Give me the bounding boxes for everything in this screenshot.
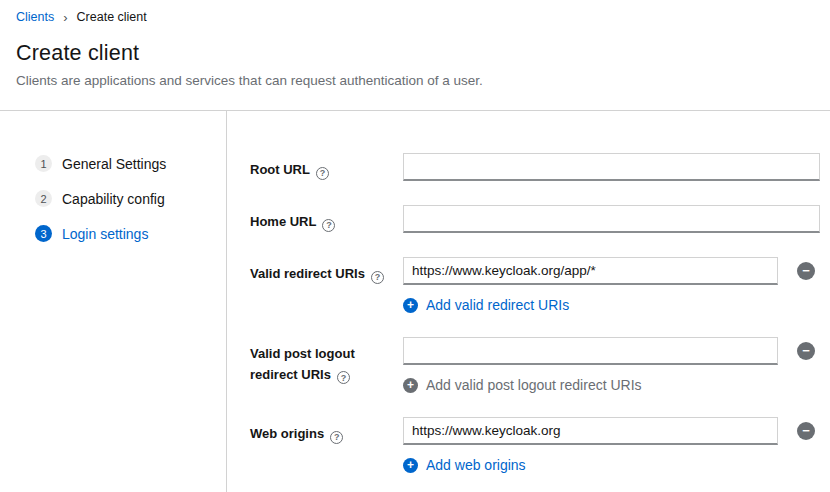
wizard-content: 1 General Settings 2 Capability config 3… [0, 111, 830, 492]
minus-circle-icon: − [802, 264, 810, 277]
web-origins-label: Web origins? [250, 417, 403, 473]
form-row-root-url: Root URL? [250, 153, 820, 181]
add-web-origins-button[interactable]: + Add web origins [403, 457, 526, 473]
root-url-input[interactable] [403, 153, 820, 181]
add-valid-redirect-uris-button[interactable]: + Add valid redirect URIs [403, 297, 569, 313]
form-row-valid-post-logout-redirect-uris: Valid post logout redirect URIs? − + Add… [250, 337, 820, 393]
remove-valid-redirect-uri-button[interactable]: − [797, 262, 815, 280]
valid-redirect-uris-input[interactable] [403, 257, 778, 285]
minus-circle-icon: − [802, 344, 810, 357]
valid-redirect-uris-help-icon[interactable]: ? [371, 271, 384, 284]
field-label-text: Root URL [250, 162, 310, 177]
wizard-nav: 1 General Settings 2 Capability config 3… [0, 111, 227, 492]
step-label: Login settings [62, 226, 148, 242]
breadcrumb-link-clients[interactable]: Clients [16, 10, 54, 24]
plus-circle-icon: + [403, 298, 418, 313]
minus-circle-icon: − [802, 424, 810, 437]
step-number-badge: 2 [35, 190, 52, 207]
add-link-label: Add web origins [426, 457, 526, 473]
root-url-label: Root URL? [250, 153, 403, 181]
valid-post-logout-redirect-uris-input[interactable] [403, 337, 778, 365]
field-label-text: Home URL [250, 214, 316, 229]
form-row-valid-redirect-uris: Valid redirect URIs? − + Add valid redir… [250, 257, 820, 313]
wizard-step-capability-config[interactable]: 2 Capability config [35, 190, 165, 207]
wizard-step-login-settings[interactable]: 3 Login settings [35, 225, 148, 242]
web-origins-input[interactable] [403, 417, 778, 445]
field-label-text: Web origins [250, 426, 324, 441]
field-label-text: Valid redirect URIs [250, 266, 365, 281]
home-url-input[interactable] [403, 205, 820, 233]
login-settings-form: Root URL? Home URL? [227, 111, 820, 492]
plus-circle-icon: + [403, 458, 418, 473]
wizard-step-general-settings[interactable]: 1 General Settings [35, 155, 166, 172]
add-link-label: Add valid redirect URIs [426, 297, 569, 313]
root-url-help-icon[interactable]: ? [316, 167, 329, 180]
breadcrumb: Clients › Create client [0, 0, 830, 24]
form-row-home-url: Home URL? [250, 205, 820, 233]
add-valid-post-logout-redirect-uris-button[interactable]: + Add valid post logout redirect URIs [403, 377, 642, 393]
valid-redirect-uris-label: Valid redirect URIs? [250, 257, 403, 313]
page-header: Create client Clients are applications a… [0, 24, 830, 88]
plus-circle-icon: + [403, 378, 418, 393]
page-title: Create client [16, 41, 814, 66]
web-origins-help-icon[interactable]: ? [330, 431, 343, 444]
chevron-right-icon: › [63, 11, 67, 24]
remove-web-origin-button[interactable]: − [797, 422, 815, 440]
step-label: Capability config [62, 191, 165, 207]
home-url-help-icon[interactable]: ? [322, 219, 335, 232]
step-number-badge: 3 [35, 225, 52, 242]
valid-post-logout-redirect-uris-label: Valid post logout redirect URIs? [250, 337, 403, 393]
step-label: General Settings [62, 156, 166, 172]
create-client-page: Clients › Create client Create client Cl… [0, 0, 830, 492]
valid-post-logout-redirect-uris-help-icon[interactable]: ? [337, 371, 350, 384]
home-url-label: Home URL? [250, 205, 403, 233]
breadcrumb-current: Create client [77, 10, 147, 24]
step-number-badge: 1 [35, 155, 52, 172]
form-row-web-origins: Web origins? − + Add web origins [250, 417, 820, 473]
add-link-label: Add valid post logout redirect URIs [426, 377, 642, 393]
remove-valid-post-logout-redirect-uri-button[interactable]: − [797, 342, 815, 360]
page-subtitle: Clients are applications and services th… [16, 73, 814, 88]
